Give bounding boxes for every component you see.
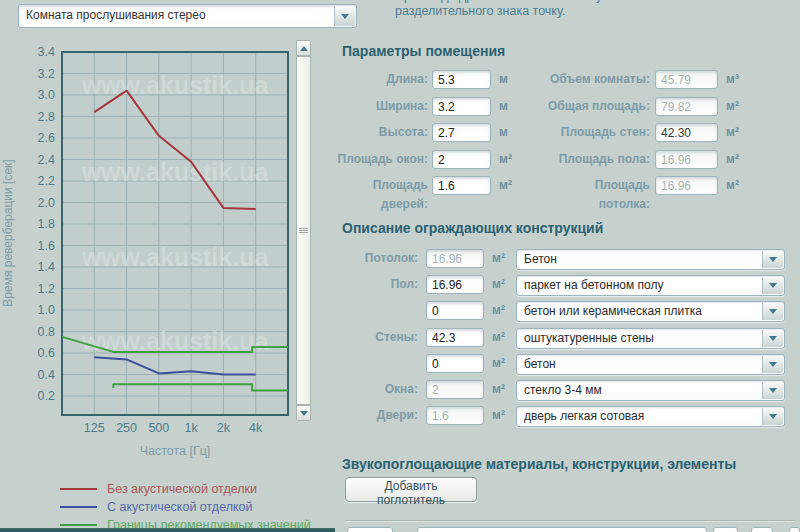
doors-area-input: [426, 406, 484, 425]
scrollbar-thumb[interactable]: [297, 56, 310, 405]
absorber-material-select-partial[interactable]: [417, 527, 707, 532]
absorbers-divider: [345, 520, 795, 522]
floor-2-material-select[interactable]: бетон или керамическая плитка: [516, 301, 785, 322]
floor-area-input: [655, 150, 718, 169]
x-tick-label: 125: [84, 421, 105, 435]
y-tick-label: 1.4: [38, 260, 55, 274]
chevron-down-icon[interactable]: [762, 408, 783, 425]
scrollbar-grip: [299, 228, 308, 234]
walls-area-label: Площадь стен:: [540, 123, 650, 142]
y-tick-label: 0.6: [38, 346, 55, 360]
doors-area-input[interactable]: [432, 176, 491, 195]
x-tick-label: 4k: [249, 421, 263, 435]
scroll-up-icon[interactable]: [297, 41, 310, 56]
doors-unit: м²: [492, 406, 505, 425]
doors-material-select[interactable]: дверь легкая сотовая: [516, 406, 785, 427]
floor-1-label: Пол:: [330, 275, 418, 294]
legend-item: С акустической отделкой: [60, 500, 253, 514]
height-unit: м: [499, 123, 508, 142]
length-input[interactable]: [432, 70, 491, 89]
windows-area-unit: м²: [499, 150, 512, 169]
windows-material-select[interactable]: стекло 3-4 мм: [516, 380, 785, 401]
doors-label: Двери:: [330, 406, 418, 425]
height-input[interactable]: [432, 123, 491, 142]
walls-1-unit: м²: [492, 328, 505, 347]
legend-line-swatch: [60, 524, 97, 526]
legend-line-swatch: [60, 488, 97, 490]
ceiling-unit: м²: [492, 249, 505, 268]
walls-2-unit: м²: [492, 354, 505, 373]
absorber-button1-partial[interactable]: [713, 527, 738, 532]
chevron-down-icon[interactable]: [762, 277, 783, 294]
fraction-note-line2: разделительного знака точку.: [395, 4, 795, 19]
room-volume-unit: м³: [726, 70, 739, 89]
floor-2-unit: м²: [492, 301, 505, 320]
walls-1-material-value: оштукатуренные стены: [517, 329, 784, 348]
y-tick-label: 1.8: [38, 217, 55, 231]
floor-2-area-input[interactable]: [426, 301, 484, 320]
y-tick-label: 3.0: [38, 88, 55, 102]
total-area-label: Общая площадь:: [540, 97, 650, 116]
scroll-down-icon[interactable]: [297, 405, 310, 420]
absorber-button2-partial[interactable]: [751, 527, 773, 532]
floor-2-material-value: бетон или керамическая плитка: [517, 302, 784, 321]
walls-area-unit: м²: [726, 123, 739, 142]
doors-area-unit: м²: [499, 176, 512, 195]
walls-area-input: [655, 123, 718, 142]
length-unit: м: [499, 70, 508, 89]
y-tick-label: 0.2: [38, 389, 55, 403]
floor-area-label: Площадь пола:: [540, 150, 650, 169]
walls-1-area-input[interactable]: [426, 328, 484, 347]
floor-1-material-select[interactable]: паркет на бетонном полу: [516, 275, 785, 296]
add-absorber-button[interactable]: Добавить поглотитель: [345, 477, 477, 502]
y-tick-label: 3.2: [38, 67, 55, 81]
height-label: Высота:: [330, 123, 428, 142]
y-tick-label: 1.2: [38, 282, 55, 296]
y-tick-label: 1.6: [38, 239, 55, 253]
absorber-area-input-partial[interactable]: [347, 527, 393, 532]
windows-area-input[interactable]: [432, 150, 491, 169]
watermark-text: www.akustik.ua: [81, 243, 270, 271]
y-tick-label: 2.2: [38, 174, 55, 188]
ceiling-area-input: [426, 249, 484, 268]
ceiling-area-input: [655, 176, 718, 195]
x-tick-label: 500: [148, 421, 169, 435]
floor-area-unit: м²: [726, 150, 739, 169]
walls-2-material-select[interactable]: бетон: [516, 354, 785, 375]
chevron-down-icon[interactable]: [762, 303, 783, 320]
chevron-down-icon[interactable]: [762, 330, 783, 347]
windows-unit: м²: [492, 380, 505, 399]
reverberation-chart: www.akustik.uawww.akustik.uawww.akustik.…: [0, 35, 330, 465]
chevron-down-icon[interactable]: [762, 356, 783, 373]
watermark-text: www.akustik.ua: [81, 158, 270, 186]
ceiling-material-select[interactable]: Бетон: [516, 249, 785, 270]
chevron-down-icon[interactable]: [762, 251, 783, 268]
chevron-down-icon[interactable]: [762, 382, 783, 399]
total-area-unit: м²: [726, 97, 739, 116]
chevron-down-icon[interactable]: [334, 6, 355, 26]
x-axis-title: Частота [Гц]: [140, 444, 211, 458]
floor-1-area-input[interactable]: [426, 275, 484, 294]
legend-line-swatch: [60, 506, 97, 508]
windows-material-value: стекло 3-4 мм: [517, 381, 784, 400]
room-volume-label: Объем комнаты:: [540, 70, 650, 89]
walls-1-material-select[interactable]: оштукатуренные стены: [516, 328, 785, 349]
room-preset-select[interactable]: Комната прослушивания стерео: [18, 4, 357, 28]
y-tick-label: 1.0: [38, 303, 55, 317]
doors-area-label: Площадь дверей:: [330, 176, 428, 214]
room-preset-value: Комната прослушивания стерео: [19, 5, 356, 25]
floor-1-unit: м²: [492, 275, 505, 294]
walls-2-area-input[interactable]: [426, 354, 484, 373]
fraction-note: При вводе дробных чисел используйте в ка…: [395, 0, 795, 19]
absorber-button3-partial[interactable]: [789, 527, 800, 532]
width-input[interactable]: [432, 97, 491, 116]
y-tick-label: 0.8: [38, 325, 55, 339]
windows-area-label: Площадь окон:: [330, 150, 428, 169]
chart-scrollbar[interactable]: [296, 40, 311, 421]
y-tick-label: 2.6: [38, 131, 55, 145]
legend-label: Без акустической отделки: [107, 482, 257, 496]
windows-label: Окна:: [330, 380, 418, 399]
x-tick-label: 1k: [185, 421, 199, 435]
windows-area-input: [426, 380, 484, 399]
doors-material-value: дверь легкая сотовая: [517, 407, 784, 426]
